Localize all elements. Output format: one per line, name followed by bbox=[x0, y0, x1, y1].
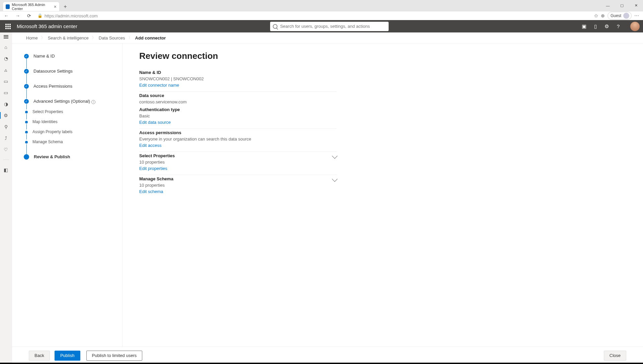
chevron-right-icon: 〉 bbox=[41, 35, 45, 40]
step-connector bbox=[26, 59, 115, 69]
browser-menu-icon[interactable]: ⋯ bbox=[634, 13, 639, 18]
section-value: contoso.servicenow.com bbox=[139, 99, 337, 104]
groups-icon[interactable]: ஃ bbox=[3, 67, 9, 73]
publish-limited-button[interactable]: Publish to limited users bbox=[86, 351, 143, 361]
step-review-publish[interactable]: Review & Publish bbox=[24, 154, 115, 160]
guest-profile-chip[interactable]: Guest bbox=[608, 12, 632, 20]
edit-properties-link[interactable]: Edit properties bbox=[139, 166, 167, 171]
section-value: Everyone in your organization can search… bbox=[139, 136, 337, 142]
step-label: Assign Property labels bbox=[32, 129, 72, 134]
reports-icon[interactable]: ⤴ bbox=[3, 135, 9, 141]
user-avatar[interactable] bbox=[630, 22, 640, 31]
browser-chrome: Microsoft 365 Admin Center × + — ▢ ✕ ← →… bbox=[0, 0, 643, 20]
rail-divider bbox=[3, 160, 9, 160]
search-input[interactable] bbox=[280, 24, 386, 29]
section-properties: Select Properties 10 properties Edit pro… bbox=[139, 152, 337, 175]
step-check-icon bbox=[24, 84, 29, 89]
step-label: Advanced Settings (Optional)i bbox=[33, 99, 95, 104]
app-shell: ⌂ ◔ ஃ ▭ ▭ ◑ ⚙ ⚲ ⤴ ♡ ◧ Home 〉 Search & in… bbox=[0, 32, 643, 364]
back-icon[interactable]: ← bbox=[1, 11, 11, 20]
step-connector bbox=[26, 104, 115, 109]
step-label: Map Identities bbox=[32, 119, 58, 124]
section-value: SNOWCON002 | SNOWCON002 bbox=[139, 76, 337, 81]
step-dot-icon bbox=[25, 111, 28, 113]
search-icon bbox=[273, 24, 277, 29]
step-label: Access Permissions bbox=[33, 84, 72, 89]
back-button[interactable]: Back bbox=[29, 351, 50, 361]
footer-bar: Back Publish Publish to limited users Cl… bbox=[12, 347, 643, 364]
step-map-identities[interactable]: Map Identities bbox=[24, 119, 115, 124]
section-value: 10 properties bbox=[139, 183, 337, 188]
header-icons: ▣ ▯ ⚙ ? bbox=[581, 22, 640, 31]
section-access: Access permissions Everyone in your orga… bbox=[139, 129, 337, 152]
step-dot-icon bbox=[25, 131, 28, 133]
minimize-icon[interactable]: — bbox=[601, 0, 615, 11]
step-connector bbox=[26, 144, 115, 154]
favorites-icon[interactable]: ✩ bbox=[594, 13, 598, 18]
section-heading: Name & ID bbox=[139, 70, 337, 75]
tab-title: Microsoft 365 Admin Center bbox=[12, 3, 52, 11]
url-text: https://admin.microsoft.com bbox=[45, 13, 98, 18]
section-heading: Select Properties bbox=[139, 153, 337, 158]
step-advanced[interactable]: Advanced Settings (Optional)i bbox=[24, 99, 115, 104]
app-tile-icon[interactable]: ◧ bbox=[3, 167, 9, 173]
edit-connector-name-link[interactable]: Edit connector name bbox=[139, 83, 179, 88]
gear-icon[interactable]: ⚙ bbox=[604, 23, 610, 29]
step-name-id[interactable]: Name & ID bbox=[24, 54, 115, 59]
users-icon[interactable]: ◔ bbox=[3, 56, 9, 61]
review-panel: Review connection Name & ID SNOWCON002 |… bbox=[123, 43, 643, 347]
step-active-icon bbox=[24, 154, 29, 160]
step-access[interactable]: Access Permissions bbox=[24, 84, 115, 89]
step-label: Review & Publish bbox=[34, 154, 70, 159]
info-icon[interactable]: i bbox=[91, 100, 95, 104]
maximize-icon[interactable]: ▢ bbox=[615, 0, 629, 11]
refresh-icon[interactable]: ⟳ bbox=[24, 11, 34, 20]
breadcrumb-home[interactable]: Home bbox=[26, 35, 38, 40]
app-title: Microsoft 365 admin center bbox=[17, 23, 77, 29]
step-connector bbox=[26, 114, 115, 119]
home-icon[interactable]: ⌂ bbox=[3, 44, 9, 50]
new-tab-button[interactable]: + bbox=[61, 2, 70, 11]
terminal-icon[interactable]: ▣ bbox=[581, 23, 587, 29]
browser-tab[interactable]: Microsoft 365 Admin Center × bbox=[3, 2, 60, 11]
content-row: Name & ID Datasource Settings Access Per… bbox=[12, 43, 643, 347]
step-connector bbox=[26, 89, 115, 99]
nav-toggle-icon[interactable] bbox=[4, 35, 8, 38]
tab-close-icon[interactable]: × bbox=[54, 4, 57, 9]
setup-icon[interactable]: ⚲ bbox=[3, 124, 9, 129]
edit-access-link[interactable]: Edit access bbox=[139, 143, 161, 148]
health-icon[interactable]: ♡ bbox=[3, 147, 9, 152]
url-box[interactable]: 🔒 https://admin.microsoft.com bbox=[35, 11, 593, 20]
billing-icon[interactable]: ▭ bbox=[3, 79, 9, 84]
help-icon[interactable]: ? bbox=[616, 23, 621, 29]
left-rail: ⌂ ◔ ஃ ▭ ▭ ◑ ⚙ ⚲ ⤴ ♡ ◧ bbox=[0, 32, 12, 364]
app-launcher-icon[interactable] bbox=[3, 22, 13, 31]
tab-strip: Microsoft 365 Admin Center × + bbox=[0, 0, 643, 11]
settings-icon[interactable]: ⚙ bbox=[3, 113, 9, 118]
breadcrumb-current: Add connector bbox=[135, 35, 166, 40]
step-label: Name & ID bbox=[33, 54, 55, 59]
step-assign-labels[interactable]: Assign Property labels bbox=[24, 129, 115, 134]
chevron-right-icon: 〉 bbox=[129, 35, 132, 40]
mobile-icon[interactable]: ▯ bbox=[593, 23, 598, 29]
guest-avatar-icon bbox=[623, 13, 629, 19]
breadcrumb: Home 〉 Search & intelligence 〉 Data Sour… bbox=[12, 32, 643, 43]
edit-data-source-link[interactable]: Edit data source bbox=[139, 120, 171, 125]
card-icon[interactable]: ▭ bbox=[3, 90, 9, 95]
publish-button[interactable]: Publish bbox=[55, 351, 80, 361]
breadcrumb-search-intel[interactable]: Search & intelligence bbox=[48, 35, 89, 40]
close-button[interactable]: Close bbox=[604, 351, 626, 361]
step-datasource[interactable]: Datasource Settings bbox=[24, 69, 115, 74]
taskbar-sliver bbox=[0, 363, 643, 364]
close-window-icon[interactable]: ✕ bbox=[629, 0, 643, 11]
step-label: Select Properties bbox=[32, 109, 63, 114]
collections-icon[interactable]: ⊕ bbox=[601, 13, 605, 18]
step-manage-schema[interactable]: Manage Schema bbox=[24, 140, 115, 144]
search-box[interactable] bbox=[270, 22, 389, 31]
edit-schema-link[interactable]: Edit schema bbox=[139, 189, 163, 194]
step-select-props[interactable]: Select Properties bbox=[24, 109, 115, 114]
support-icon[interactable]: ◑ bbox=[3, 101, 9, 107]
forward-icon[interactable]: → bbox=[13, 11, 23, 20]
breadcrumb-data-sources[interactable]: Data Sources bbox=[99, 35, 125, 40]
auth-value: Basic bbox=[139, 113, 337, 118]
